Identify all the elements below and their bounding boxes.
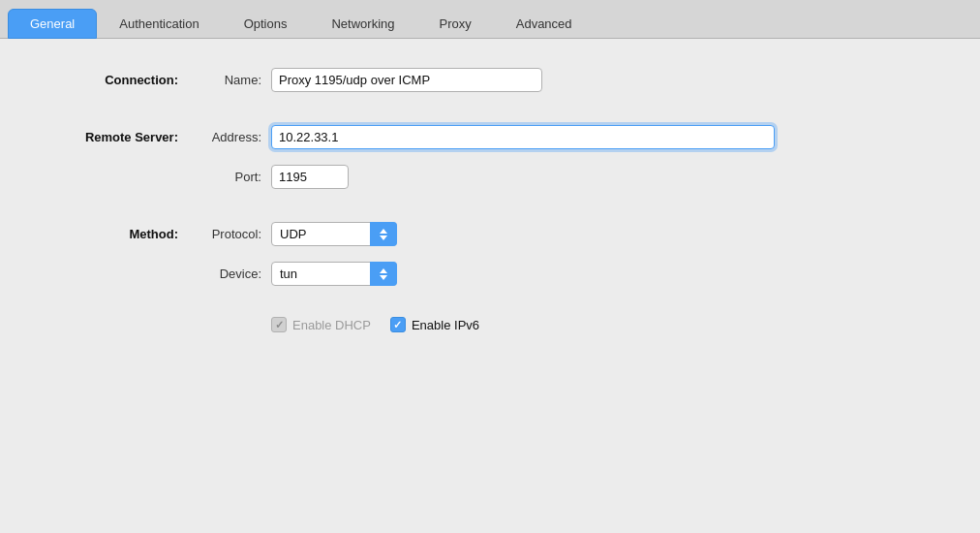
tab-bar: General Authentication Options Networkin… [0, 0, 980, 39]
connection-section-label: Connection: [39, 73, 194, 87]
port-row: Port: [39, 165, 941, 189]
tab-proxy[interactable]: Proxy [417, 9, 494, 39]
address-field-label: Address: [194, 130, 271, 144]
connection-section: Connection: Name: [39, 68, 941, 92]
enable-ipv6-label: Enable IPv6 [412, 318, 479, 332]
enable-ipv6-checkmark: ✓ [393, 320, 402, 330]
tab-options[interactable]: Options [222, 9, 310, 39]
port-input[interactable] [271, 165, 349, 189]
enable-dhcp-checkmark: ✓ [275, 320, 284, 330]
remote-server-section: Remote Server: Address: Port: [39, 125, 941, 189]
device-row: Device: tun tap [39, 262, 941, 286]
tab-general[interactable]: General [8, 9, 97, 39]
name-field-label: Name: [194, 73, 271, 87]
tab-advanced[interactable]: Advanced [494, 9, 595, 39]
enable-ipv6-checkbox[interactable]: ✓ [390, 317, 406, 332]
main-content: Connection: Name: Remote Server: Address… [0, 39, 980, 533]
protocol-select[interactable]: UDP TCP [271, 222, 397, 246]
address-row: Remote Server: Address: [39, 125, 941, 149]
device-select-wrapper: tun tap [271, 262, 397, 286]
port-field-label: Port: [194, 170, 271, 184]
method-section: Method: Protocol: UDP TCP Device: tun ta… [39, 222, 941, 286]
protocol-row: Method: Protocol: UDP TCP [39, 222, 941, 246]
enable-dhcp-checkbox[interactable]: ✓ [271, 317, 287, 332]
enable-dhcp-checkbox-item[interactable]: ✓ Enable DHCP [271, 317, 371, 332]
tab-authentication[interactable]: Authentication [97, 9, 221, 39]
tab-networking[interactable]: Networking [309, 9, 416, 39]
method-section-label: Method: [39, 227, 194, 241]
device-select[interactable]: tun tap [271, 262, 397, 286]
checkboxes-row: ✓ Enable DHCP ✓ Enable IPv6 [271, 317, 941, 332]
enable-dhcp-label: Enable DHCP [292, 318, 371, 332]
connection-row: Connection: Name: [39, 68, 941, 92]
remote-server-section-label: Remote Server: [39, 130, 194, 144]
enable-ipv6-checkbox-item[interactable]: ✓ Enable IPv6 [390, 317, 479, 332]
device-field-label: Device: [194, 266, 271, 281]
address-input[interactable] [271, 125, 775, 149]
protocol-field-label: Protocol: [194, 227, 271, 241]
protocol-select-wrapper: UDP TCP [271, 222, 397, 246]
connection-name-input[interactable] [271, 68, 542, 92]
